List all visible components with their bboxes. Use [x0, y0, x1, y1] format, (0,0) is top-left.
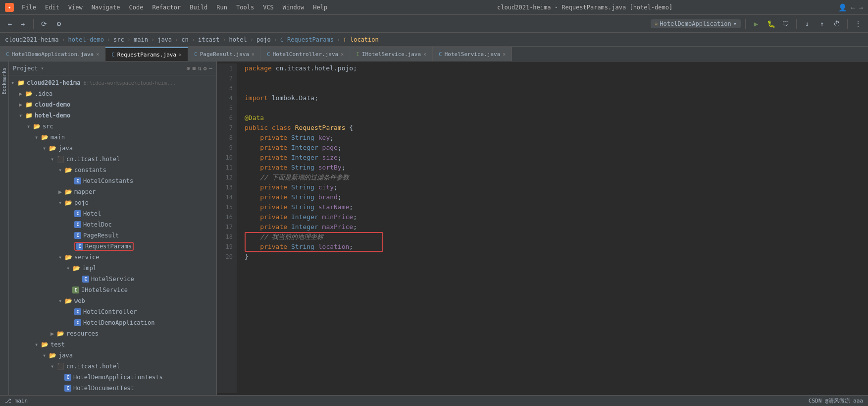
menu-view[interactable]: View [64, 3, 87, 12]
tab-hotel-controller[interactable]: C HotelController.java × [261, 47, 350, 61]
menu-navigate[interactable]: Navigate [88, 3, 124, 12]
sidebar-item-hotelconstants[interactable]: ▶ C HotelConstants [9, 175, 216, 186]
sidebar-item-hotel[interactable]: ▶ C Hotel [9, 208, 216, 219]
sidebar-item-src[interactable]: ▾ 📂 src [9, 121, 216, 132]
menu-edit[interactable]: Edit [41, 3, 63, 12]
project-label: Project [13, 65, 38, 72]
tab-close-0[interactable]: × [96, 52, 99, 57]
sidebar-item-hoteldemoapp[interactable]: ▶ C HotelDemoApplication [9, 317, 216, 328]
sidebar-item-hotel-demo[interactable]: ▾ 📁 hotel-demo [9, 110, 216, 121]
tab-ihotel-service[interactable]: I IHotelService.java × [350, 47, 433, 61]
sidebar-item-hoteldoc-test[interactable]: ▶ C HotelDocumentTest [9, 383, 216, 394]
expand-icon[interactable]: ⇅ [198, 65, 201, 72]
root-arrow: ▾ [11, 79, 17, 86]
code-line-15: private String starName; [245, 202, 860, 212]
menu-tools[interactable]: Tools [232, 3, 258, 12]
tab-request-params[interactable]: C RequestParams.java × [105, 47, 188, 61]
debug-btn[interactable]: 🐛 [765, 18, 777, 30]
sidebar-item-test-java[interactable]: ▾ 📂 java [9, 350, 216, 361]
breadcrumb-class[interactable]: C RequestParams [280, 36, 334, 43]
tab-close-1[interactable]: × [179, 52, 182, 58]
sidebar-item-cloud-demo[interactable]: ▶ 📁 cloud-demo [9, 99, 216, 110]
breadcrumb-hotel[interactable]: hotel [229, 36, 247, 43]
tab-close-4[interactable]: × [423, 52, 426, 57]
project-dropdown[interactable]: ▾ [41, 65, 44, 71]
tab-close-2[interactable]: × [252, 52, 255, 57]
menu-build[interactable]: Build [186, 3, 211, 12]
sidebar-item-hotelservice[interactable]: ▶ C HotelService [9, 274, 216, 285]
sidebar-item-pageresult[interactable]: ▶ C PageResult [9, 230, 216, 241]
back-icon[interactable]: ← [851, 3, 855, 11]
coverage-btn[interactable]: 🛡 [780, 18, 792, 30]
menu-help[interactable]: Help [309, 3, 331, 12]
sidebar-item-idea[interactable]: ▶ 📂 .idea [9, 88, 216, 99]
settings-btn[interactable]: ⚙ [53, 18, 65, 30]
run-config-dropdown[interactable]: ▾ [733, 20, 737, 27]
bookmarks-label[interactable]: Bookmarks [0, 63, 8, 98]
sidebar-item-resources[interactable]: ▶ 📂 resources [9, 328, 216, 339]
sidebar-item-package[interactable]: ▾ ⬛ cn.itcast.hotel [9, 154, 216, 165]
sidebar-item-pojo[interactable]: ▾ 📂 pojo [9, 197, 216, 208]
breadcrumb-main[interactable]: main [134, 36, 148, 43]
breadcrumb-src[interactable]: src [113, 36, 124, 43]
sidebar-item-java[interactable]: ▾ 📂 java [9, 143, 216, 154]
menu-run[interactable]: Run [212, 3, 231, 12]
sidebar-item-mapper[interactable]: ▶ 📂 mapper [9, 186, 216, 197]
tab-close-3[interactable]: × [341, 52, 344, 57]
gear-icon[interactable]: ⚙ [204, 65, 207, 72]
red-box-container: // 我当前的地理坐标 private String location; [245, 232, 860, 252]
code-content[interactable]: 1 2 3 4 5 6 7 8 9 10 11 12 13 14 15 16 1… [217, 61, 868, 395]
sidebar-item-service[interactable]: ▾ 📂 service [9, 252, 216, 263]
code-line-8: private String key; [245, 133, 860, 143]
run-config-selector[interactable]: ☕ HotelDemoApplication ▾ [651, 19, 741, 28]
sidebar-item-requestparams[interactable]: ▶ C RequestParams [9, 241, 216, 252]
nav-back-btn[interactable]: ← [4, 18, 16, 30]
sidebar-item-ihotelservice[interactable]: ▶ I IHotelService [9, 285, 216, 295]
collapse-icon[interactable]: ≡ [192, 65, 196, 72]
menu-window[interactable]: Window [279, 3, 308, 12]
sidebar-item-hotelcontroller[interactable]: ▶ C HotelController [9, 306, 216, 317]
forward-icon[interactable]: → [859, 3, 863, 11]
locate-icon[interactable]: ⊕ [187, 65, 190, 72]
tab-hotel-service[interactable]: C HotelService.java × [433, 47, 512, 61]
code-line-13: private String city; [245, 182, 860, 192]
code-lines[interactable]: package cn.itcast.hotel.pojo; import lom… [237, 63, 868, 393]
sidebar-item-constants[interactable]: ▾ 📂 constants [9, 165, 216, 175]
minimize-icon[interactable]: — [209, 65, 212, 72]
breadcrumb-hotel-demo[interactable]: hotel-demo [68, 36, 104, 43]
tab-close-5[interactable]: × [503, 52, 506, 57]
git-update-btn[interactable]: ↓ [801, 18, 813, 30]
breadcrumb-field[interactable]: f location [343, 36, 379, 43]
sidebar-item-web[interactable]: ▾ 📂 web [9, 295, 216, 306]
breadcrumb-java[interactable]: java [157, 36, 172, 43]
breadcrumb-itcast[interactable]: itcast [198, 36, 219, 43]
menu-code[interactable]: Code [125, 3, 148, 12]
git-push-btn[interactable]: ↑ [816, 18, 828, 30]
menu-vcs[interactable]: VCS [259, 3, 278, 12]
sidebar-item-main[interactable]: ▾ 📂 main [9, 132, 216, 143]
profile-icon[interactable]: 👤 [838, 3, 847, 11]
nav-forward-btn[interactable]: → [17, 18, 29, 30]
sidebar-item-test-package[interactable]: ▾ ⬛ cn.itcast.hotel [9, 361, 216, 372]
menu-file[interactable]: File [18, 3, 40, 12]
breadcrumb-root[interactable]: cloud2021-heima [5, 36, 58, 43]
menu-refactor[interactable]: Refactor [148, 3, 185, 12]
sidebar-item-impl[interactable]: ▾ 📂 impl [9, 263, 216, 274]
run-btn[interactable]: ▶ [750, 18, 762, 30]
sidebar-item-test[interactable]: ▾ 📂 test [9, 339, 216, 350]
more-btn[interactable]: ⋮ [852, 18, 864, 30]
git-branch[interactable]: ⎇ main [5, 398, 28, 404]
src-icon: 📂 [33, 122, 41, 130]
sidebar-item-hoteldoc[interactable]: ▶ C HotelDoc [9, 219, 216, 230]
tree-root[interactable]: ▾ 📁 cloud2021-heima E:\idea-workspace\cl… [9, 77, 216, 88]
tab-page-result[interactable]: C PageResult.java × [188, 47, 261, 61]
tab-hotel-demo-app[interactable]: C HotelDemoApplication.java × [0, 47, 105, 61]
sidebar-item-hoteldemo-tests[interactable]: ▶ C HotelDemoApplicationTests [9, 372, 216, 383]
test-arrow: ▾ [35, 341, 41, 348]
git-history-btn[interactable]: ⏱ [831, 18, 843, 30]
sync-btn[interactable]: ⟳ [38, 18, 50, 30]
breadcrumb-pojo[interactable]: pojo [256, 36, 271, 43]
status-right: CSDN @清风微凉 aaa [809, 397, 863, 405]
hoteldoc-test-icon: C [64, 385, 71, 392]
breadcrumb-cn[interactable]: cn [181, 36, 188, 43]
